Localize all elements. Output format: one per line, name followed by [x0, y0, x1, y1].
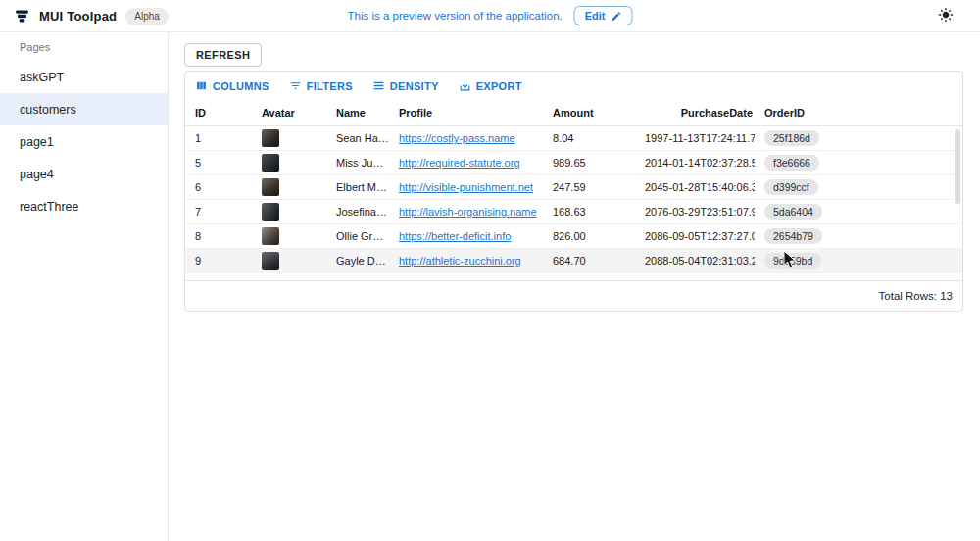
sidebar: Pages askGPT customers page1 page4 react…	[0, 32, 169, 541]
vertical-scrollbar-thumb[interactable]	[956, 129, 960, 204]
cell-purchase-date: 2076-03-29T23:51:07.968Z	[635, 206, 755, 218]
columns-button[interactable]: COLUMNS	[195, 79, 270, 92]
table-row[interactable]: 6 Elbert McL... http://visible-punishmen…	[185, 175, 962, 200]
toolpad-logo-icon	[14, 8, 30, 25]
filter-icon	[289, 79, 302, 92]
cell-id: 7	[185, 206, 252, 218]
table-row[interactable]: 7 Josefina P... http://lavish-organising…	[185, 200, 962, 224]
cell-id: 8	[185, 230, 252, 242]
cell-amount: 826.00	[543, 230, 635, 242]
column-header-name[interactable]: Name	[326, 107, 389, 119]
profile-link[interactable]: https://better-deficit.info	[399, 230, 511, 242]
filters-button-label: FILTERS	[307, 80, 353, 92]
avatar-image	[262, 129, 279, 147]
cell-id: 9	[185, 255, 252, 267]
cell-purchase-date: 2014-01-14T02:37:28.536Z	[635, 157, 755, 169]
density-button[interactable]: DENSITY	[372, 79, 439, 92]
cell-purchase-date: 2088-05-04T02:31:03.294Z	[635, 255, 755, 267]
cell-id: 5	[185, 157, 252, 169]
export-button-label: EXPORT	[476, 80, 522, 92]
cell-profile: https://better-deficit.info	[389, 230, 543, 242]
cell-avatar	[252, 203, 326, 221]
preview-banner: This is a preview version of the applica…	[347, 6, 632, 25]
app-title: MUI Toolpad	[39, 9, 117, 24]
profile-link[interactable]: http://visible-punishment.net	[399, 181, 533, 193]
grid-header-row: ID Avatar Name Profile Amount PurchaseDa…	[185, 100, 962, 126]
cell-purchase-date: 2086-09-05T12:37:27.015Z	[635, 230, 755, 242]
columns-icon	[195, 79, 208, 92]
columns-button-label: COLUMNS	[213, 80, 270, 92]
export-button[interactable]: EXPORT	[459, 79, 522, 92]
cell-avatar	[252, 252, 326, 270]
topbar-actions	[937, 7, 955, 25]
cell-amount: 168.63	[543, 206, 635, 218]
cell-order-id: f3e6666	[755, 155, 962, 172]
sidebar-item-customers[interactable]: customers	[0, 93, 168, 125]
density-button-label: DENSITY	[390, 80, 439, 92]
profile-link[interactable]: http://lavish-organising.name	[399, 206, 537, 218]
cell-profile: https://costly-pass.name	[389, 132, 543, 144]
cell-name: Sean Harris	[326, 132, 389, 144]
profile-link[interactable]: http://athletic-zucchini.org	[399, 255, 521, 267]
order-id-chip[interactable]: 2654b79	[764, 228, 822, 245]
avatar-image	[262, 227, 279, 245]
profile-link[interactable]: https://costly-pass.name	[399, 132, 515, 144]
theme-toggle-button[interactable]	[937, 7, 955, 25]
main-content: REFRESH COLUMNS FILTERS DENSITY EXPORT	[170, 32, 980, 541]
grid-footer: Total Rows: 13	[185, 280, 962, 311]
pencil-icon	[612, 11, 622, 22]
avatar-image	[262, 252, 279, 270]
cell-amount: 247.59	[543, 181, 635, 193]
sidebar-item-page4[interactable]: page4	[0, 158, 168, 190]
order-id-chip[interactable]: f3e6666	[764, 155, 819, 172]
cell-amount: 684.70	[543, 255, 635, 267]
cell-amount: 989.65	[543, 157, 635, 169]
cell-id: 6	[185, 181, 252, 193]
cell-id: 1	[185, 132, 252, 144]
table-row[interactable]: 8 Ollie Green... https://better-deficit.…	[185, 224, 962, 249]
cell-order-id: 9dc59bd	[755, 253, 962, 270]
cell-name: Miss Juan ...	[326, 157, 389, 169]
cell-name: Gayle Den...	[326, 255, 389, 267]
column-header-profile[interactable]: Profile	[389, 107, 543, 119]
cell-order-id: 5da6404	[755, 204, 962, 221]
export-download-icon	[459, 79, 471, 92]
density-icon	[372, 79, 385, 92]
refresh-button[interactable]: REFRESH	[184, 43, 262, 67]
cell-name: Elbert McL...	[326, 181, 389, 193]
table-row[interactable]: 9 Gayle Den... http://athletic-zucchini.…	[185, 249, 962, 273]
filters-button[interactable]: FILTERS	[289, 79, 353, 92]
cell-amount: 8.04	[543, 132, 635, 144]
column-header-avatar[interactable]: Avatar	[252, 107, 326, 119]
cell-purchase-date: 1997-11-13T17:24:11.769Z	[635, 132, 755, 144]
edit-button-label: Edit	[585, 10, 606, 22]
total-rows-label: Total Rows: 13	[879, 290, 953, 302]
sidebar-item-page1[interactable]: page1	[0, 125, 168, 158]
column-header-id[interactable]: ID	[185, 107, 252, 119]
column-header-amount[interactable]: Amount	[543, 107, 635, 119]
order-id-chip[interactable]: 5da6404	[764, 204, 822, 221]
avatar-image	[262, 203, 279, 221]
preview-text: This is a preview version of the applica…	[347, 10, 562, 22]
avatar-image	[262, 154, 279, 172]
table-row[interactable]: 1 Sean Harris https://costly-pass.name 8…	[185, 126, 962, 151]
cell-avatar	[252, 129, 326, 147]
sidebar-item-askgpt[interactable]: askGPT	[0, 61, 168, 93]
cell-purchase-date: 2045-01-28T15:40:06.325Z	[635, 181, 755, 193]
column-header-orderid[interactable]: OrderID	[755, 107, 962, 119]
cell-order-id: d399ccf	[755, 179, 962, 196]
profile-link[interactable]: http://required-statute.org	[399, 157, 520, 169]
cell-avatar	[252, 227, 326, 245]
column-header-purchasedate[interactable]: PurchaseDate	[635, 107, 755, 119]
cell-profile: http://athletic-zucchini.org	[389, 255, 543, 267]
order-id-chip[interactable]: 25f186d	[764, 130, 819, 147]
cell-profile: http://visible-punishment.net	[389, 181, 543, 193]
table-row[interactable]: 5 Miss Juan ... http://required-statute.…	[185, 151, 962, 175]
cell-order-id: 25f186d	[755, 130, 962, 147]
sidebar-item-reactthree[interactable]: reactThree	[0, 190, 168, 222]
order-id-chip[interactable]: d399ccf	[764, 179, 818, 196]
order-id-chip[interactable]: 9dc59bd	[764, 253, 821, 270]
data-grid: COLUMNS FILTERS DENSITY EXPORT ID Avatar…	[184, 71, 963, 312]
edit-button[interactable]: Edit	[574, 6, 633, 25]
cell-avatar	[252, 154, 326, 172]
